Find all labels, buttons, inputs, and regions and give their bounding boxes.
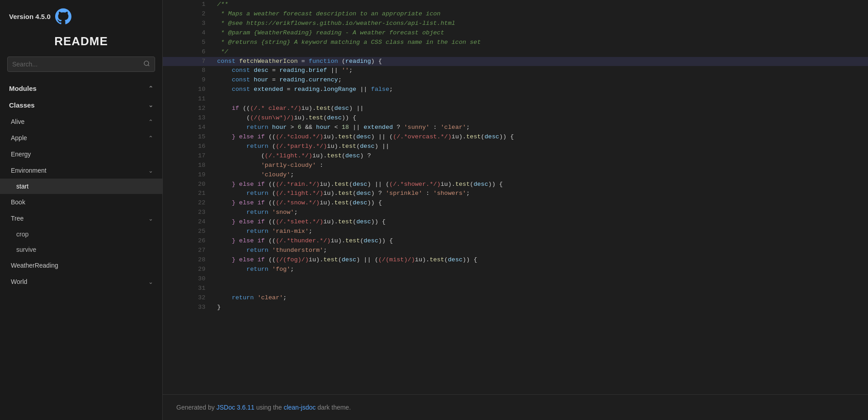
table-row: 20 } else if (((/.*rain.*/)iu).test(desc… (163, 180, 868, 189)
line-code: } (212, 303, 868, 312)
main-content: 1/**2 * Maps a weather forecast descript… (163, 0, 868, 420)
line-number: 23 (163, 208, 212, 217)
sidebar-item-apple-label: Apple (11, 134, 27, 142)
line-number: 16 (163, 142, 212, 151)
line-number: 25 (163, 227, 212, 236)
classes-section[interactable]: Classes ⌄ (0, 97, 162, 113)
table-row: 26 } else if (((/.*thunder.*/)iu).test(d… (163, 236, 868, 246)
classes-chevron-icon: ⌄ (148, 102, 153, 109)
line-number: 13 (163, 113, 212, 123)
table-row: 24 } else if (((/.*sleet.*/)iu).test(des… (163, 217, 868, 227)
sidebar-header: Version 4.5.0 (0, 0, 162, 30)
line-number: 19 (163, 170, 212, 180)
line-code: return 'fog'; (212, 265, 868, 274)
line-code: * @see https://erikflowers.github.io/wea… (212, 19, 868, 28)
line-number: 29 (163, 265, 212, 274)
line-code: return ((/.*partly.*/)iu).test(desc) || (212, 142, 868, 151)
svg-point-0 (144, 61, 149, 66)
line-number: 28 (163, 255, 212, 265)
sidebar-item-weatherreading-label: WeatherReading (11, 262, 58, 269)
table-row: 17 ((/.*light.*/)iu).test(desc) ? (163, 151, 868, 161)
table-row: 29 return 'fog'; (163, 265, 868, 274)
version-label: Version 4.5.0 (9, 13, 51, 20)
github-icon[interactable] (55, 8, 71, 24)
search-input[interactable] (12, 61, 140, 68)
line-code: return 'rain-mix'; (212, 227, 868, 236)
line-code: const extended = reading.longRange || fa… (212, 85, 868, 94)
table-row: 31 (163, 284, 868, 293)
line-code (212, 274, 868, 284)
footer-theme-link[interactable]: clean-jsdoc (283, 404, 316, 411)
code-editor[interactable]: 1/**2 * Maps a weather forecast descript… (163, 0, 868, 394)
table-row: 2 * Maps a weather forecast description … (163, 9, 868, 19)
table-row: 27 return 'thunderstorm'; (163, 246, 868, 255)
line-code: const hour = reading.currency; (212, 76, 868, 85)
sidebar-item-energy[interactable]: Energy (0, 146, 162, 162)
table-row: 4 * @param {WeatherReading} reading - A … (163, 28, 868, 38)
table-row: 14 return hour > 6 && hour < 18 || exten… (163, 123, 868, 132)
sidebar-item-alive[interactable]: Alive ⌃ (0, 113, 162, 130)
line-code: if (((/.* clear.*/)iu).test(desc) || (212, 104, 868, 113)
sidebar-item-book[interactable]: Book (0, 194, 162, 210)
line-number: 24 (163, 217, 212, 227)
sidebar-item-survive-label: survive (16, 246, 36, 253)
table-row: 1/** (163, 0, 868, 9)
table-row: 11 (163, 94, 868, 104)
world-chevron-icon: ⌄ (148, 278, 153, 285)
table-row: 13 ((/(sun\w*)/)iu).test(desc)) { (163, 113, 868, 123)
line-code: } else if (((/.*snow.*/)iu).test(desc)) … (212, 198, 868, 208)
table-row: 33} (163, 303, 868, 312)
tree-chevron-icon: ⌄ (148, 215, 153, 222)
sidebar-item-energy-label: Energy (11, 151, 31, 158)
line-number: 14 (163, 123, 212, 132)
table-row: 32 return 'clear'; (163, 293, 868, 303)
table-row: 16 return ((/.*partly.*/)iu).test(desc) … (163, 142, 868, 151)
sidebar-item-environment[interactable]: Environment ⌄ (0, 162, 162, 179)
modules-section[interactable]: Modules ⌃ (0, 80, 162, 97)
sidebar-item-apple[interactable]: Apple ⌃ (0, 130, 162, 146)
line-number: 2 (163, 9, 212, 19)
sidebar-item-world-label: World (11, 278, 27, 285)
line-code: } else if (((/.*thunder.*/)iu).test(desc… (212, 236, 868, 246)
sidebar: Version 4.5.0 README Modules ⌃ Classes ⌄… (0, 0, 163, 420)
table-row: 12 if (((/.* clear.*/)iu).test(desc) || (163, 104, 868, 113)
line-number: 17 (163, 151, 212, 161)
sidebar-item-weatherreading[interactable]: WeatherReading (0, 257, 162, 274)
line-code: } else if (((/(fog)/)iu).test(desc) || (… (212, 255, 868, 265)
sidebar-item-world[interactable]: World ⌄ (0, 274, 162, 290)
line-code: ((/(sun\w*)/)iu).test(desc)) { (212, 113, 868, 123)
line-number: 30 (163, 274, 212, 284)
line-number: 21 (163, 189, 212, 198)
line-number: 3 (163, 19, 212, 28)
apple-chevron-icon: ⌃ (148, 135, 153, 142)
search-bar[interactable] (7, 57, 155, 72)
line-number: 22 (163, 198, 212, 208)
table-row: 6 */ (163, 47, 868, 57)
line-number: 7 (163, 57, 212, 66)
modules-label: Modules (9, 85, 37, 92)
sidebar-item-alive-label: Alive (11, 118, 24, 125)
table-row: 18 'partly-cloudy' : (163, 161, 868, 170)
table-row: 5 * @returns {string} A keyword matching… (163, 38, 868, 47)
footer-jsdoc-link[interactable]: JSDoc 3.6.11 (217, 404, 255, 411)
line-code: * @param {WeatherReading} reading - A we… (212, 28, 868, 38)
line-code: return 'clear'; (212, 293, 868, 303)
line-number: 15 (163, 132, 212, 142)
line-code: 'partly-cloudy' : (212, 161, 868, 170)
sidebar-item-start-label: start (16, 183, 28, 190)
table-row: 25 return 'rain-mix'; (163, 227, 868, 236)
sidebar-item-start[interactable]: start (0, 179, 162, 194)
table-row: 21 return ((/.*light.*/)iu).test(desc) ?… (163, 189, 868, 198)
footer-text-before: Generated by (176, 404, 217, 411)
alive-chevron-icon: ⌃ (148, 118, 153, 125)
line-code: } else if (((/.*sleet.*/)iu).test(desc))… (212, 217, 868, 227)
sidebar-item-crop[interactable]: crop (0, 227, 162, 242)
line-code: const desc = reading.brief || ''; (212, 66, 868, 76)
sidebar-item-tree[interactable]: Tree ⌄ (0, 210, 162, 227)
line-code: } else if (((/.*rain.*/)iu).test(desc) |… (212, 180, 868, 189)
code-table: 1/**2 * Maps a weather forecast descript… (163, 0, 868, 312)
line-code: 'cloudy'; (212, 170, 868, 180)
line-number: 20 (163, 180, 212, 189)
line-number: 31 (163, 284, 212, 293)
sidebar-item-survive[interactable]: survive (0, 242, 162, 257)
